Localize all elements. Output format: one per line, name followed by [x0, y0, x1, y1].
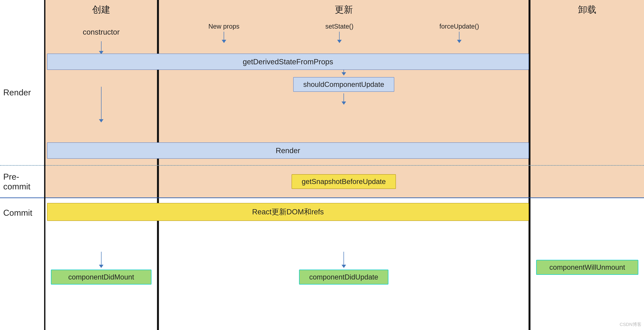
render-phase-label: Render [0, 20, 44, 166]
sidebar-top [0, 0, 46, 20]
arrow-constructor [99, 41, 104, 54]
precommit-phase-label: Pre-commit [0, 166, 44, 198]
setstate-col: setState() [325, 23, 354, 43]
precommit-phase: getSnapshotBeforeUpdate [46, 166, 644, 198]
component-did-update-box: componentDidUpdate [299, 270, 388, 284]
arrow-to-render-create [99, 87, 104, 122]
get-snapshot-box: getSnapshotBeforeUpdate [292, 174, 396, 189]
component-will-unmount-box: componentWillUnmount [536, 260, 638, 275]
header-create: 创建 [46, 0, 159, 20]
get-derived-state-box: getDerivedStateFromProps [47, 54, 529, 70]
body: Render Pre-commit Commit constructor [0, 20, 644, 330]
unmount-col-commit: componentWillUnmount [530, 198, 644, 330]
header-update: 更新 [159, 0, 530, 20]
should-update-section: shouldComponentUpdate [293, 64, 394, 105]
diagram-area: constructor [46, 20, 644, 330]
constructor-label: constructor [83, 28, 120, 36]
phase-labels: Render Pre-commit Commit [0, 20, 46, 330]
unmount-col-render [530, 20, 644, 165]
component-did-mount-box: componentDidMount [51, 270, 151, 284]
header-unmount: 卸载 [530, 0, 644, 20]
header-row: 创建 更新 卸载 [0, 0, 644, 20]
new-props-col: New props [208, 23, 239, 43]
forceupdate-col: forceUpdate() [439, 23, 479, 43]
trigger-labels: New props setState() forceUpdate() [159, 23, 528, 43]
watermark: CSDN博客 [620, 321, 642, 327]
commit-phase: componentDidMount componentDidUpdate [46, 198, 644, 330]
update-col-precommit: getSnapshotBeforeUpdate [159, 166, 530, 198]
render-phase: constructor [46, 20, 644, 166]
render-box: Render [47, 142, 529, 159]
should-component-update-box: shouldComponentUpdate [293, 77, 394, 92]
react-update-dom-box: React更新DOM和refs [47, 203, 529, 221]
commit-phase-label: Commit [0, 198, 44, 330]
